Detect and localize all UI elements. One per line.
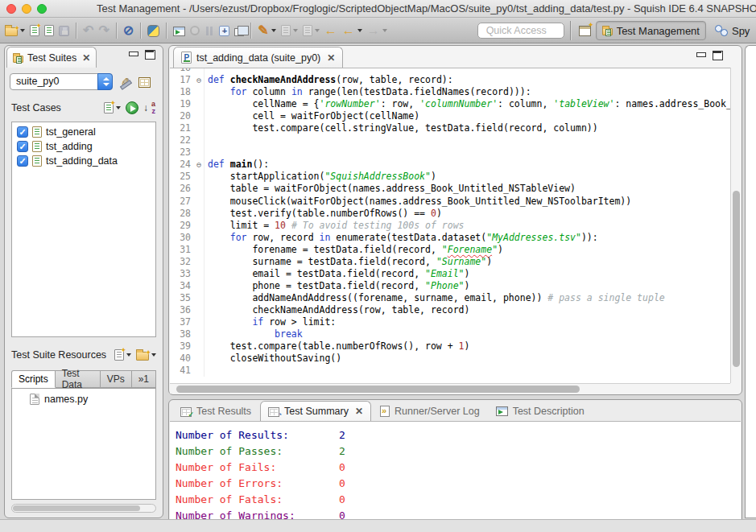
- line-number: 39: [170, 340, 194, 353]
- launch-aut-button[interactable]: [171, 21, 187, 40]
- tab-test-results[interactable]: ✓Test Results: [173, 401, 258, 421]
- open-perspective-button[interactable]: [577, 21, 593, 40]
- code-line[interactable]: 16: [170, 68, 730, 74]
- test-case-checkbox[interactable]: ✓: [17, 126, 28, 138]
- code-line[interactable]: 31 forename = testData.field(record, "Fo…: [170, 244, 730, 256]
- undo-button[interactable]: ↶: [81, 21, 95, 40]
- line-number: 33: [170, 268, 194, 280]
- editor-horizontal-scrollbar[interactable]: [170, 383, 730, 394]
- left-horizontal-scrollbar[interactable]: [11, 504, 156, 513]
- close-icon[interactable]: ✕: [327, 52, 335, 64]
- resource-tab-test-data[interactable]: Test Data: [56, 370, 101, 388]
- tab-test-summary[interactable]: ◔Test Summary✕: [260, 401, 371, 421]
- code-line[interactable]: 18 for column in range(len(testData.fiel…: [170, 86, 730, 98]
- minimize-view-button[interactable]: [128, 50, 138, 59]
- maximize-view-button[interactable]: [713, 51, 722, 60]
- spy-slash-button[interactable]: ⊘: [122, 21, 135, 40]
- interrupt-button[interactable]: [217, 21, 231, 40]
- resource-file-row[interactable]: names.py: [15, 394, 152, 405]
- test-case-checkbox[interactable]: ✓: [17, 155, 28, 167]
- fold-column: [194, 171, 204, 183]
- zoom-window-button[interactable]: [37, 4, 47, 14]
- code-line[interactable]: 33 email = testData.field(record, "Email…: [170, 268, 730, 280]
- code-editor[interactable]: 1617⊖def checkNameAndAddress(row, table,…: [170, 68, 730, 383]
- code-line[interactable]: 36 checkNameAndAddress(row, table, recor…: [170, 304, 730, 316]
- code-line[interactable]: 22: [170, 134, 730, 146]
- fold-marker-icon[interactable]: ⊖: [194, 159, 204, 171]
- test-case-row[interactable]: ✓tst_general: [14, 125, 154, 139]
- fold-column: [194, 280, 204, 292]
- code-line[interactable]: 23: [170, 146, 730, 159]
- test-case-checkbox[interactable]: ✓: [17, 141, 28, 152]
- forward-history-button[interactable]: →: [366, 21, 389, 40]
- editor-vertical-scrollbar[interactable]: [730, 68, 741, 383]
- code-line[interactable]: 41: [170, 365, 730, 377]
- chevron-down-icon: [126, 353, 131, 357]
- fold-marker-icon[interactable]: ⊖: [194, 74, 204, 86]
- new-folder-button[interactable]: ✦: [136, 345, 156, 365]
- new-test-case-button[interactable]: ✦: [28, 21, 41, 40]
- tab-test-description[interactable]: Test Description: [489, 401, 592, 421]
- test-suites-view-tab[interactable]: Test Suites ✕: [6, 47, 97, 68]
- code-line[interactable]: 24⊖def main():: [170, 159, 730, 171]
- code-line[interactable]: 32 surname = testData.field(record, "Sur…: [170, 256, 730, 268]
- code-line[interactable]: 21 test.compare(cell.stringValue, testDa…: [170, 122, 730, 134]
- code-line[interactable]: 19 cellName = {'rowNumber': row, 'column…: [170, 98, 730, 110]
- python-icon: [147, 25, 159, 37]
- resource-tab-vps[interactable]: VPs: [101, 370, 132, 388]
- minimize-view-button[interactable]: [696, 51, 705, 60]
- back-button[interactable]: ←: [323, 21, 339, 40]
- test-case-row[interactable]: ✓tst_adding: [14, 139, 154, 154]
- code-line[interactable]: 26 table = waitForObject(names.address_B…: [170, 183, 730, 195]
- minimize-window-button[interactable]: [22, 4, 31, 14]
- code-line[interactable]: 17⊖def checkNameAndAddress(row, table, r…: [170, 74, 730, 86]
- edit-script-button[interactable]: ✎: [256, 21, 277, 40]
- sort-az-button[interactable]: az: [143, 101, 156, 114]
- summary-row: Number of Results:2: [176, 427, 741, 443]
- back-history-button[interactable]: ←: [341, 21, 364, 40]
- object-map-icon[interactable]: [119, 76, 132, 89]
- test-suites-view: Test Suites ✕ suite_py0 Test Cases ✦: [4, 45, 163, 518]
- suite-selector[interactable]: suite_py0: [10, 73, 113, 90]
- import-button[interactable]: [301, 21, 321, 40]
- pause-button[interactable]: [203, 21, 216, 40]
- code-line[interactable]: 20 cell = waitForObject(cellName): [170, 110, 730, 122]
- redo-button[interactable]: ↷: [97, 21, 110, 40]
- close-icon[interactable]: ✕: [355, 406, 363, 417]
- editor-tab[interactable]: tst_adding_data (suite_py0) ✕: [173, 47, 343, 68]
- code-line[interactable]: 27 mouseClick(waitForObject(names.addres…: [170, 196, 730, 208]
- perspective-test-management[interactable]: Test Management: [596, 21, 706, 40]
- collapsed-view-strip[interactable]: [745, 45, 756, 518]
- code-line[interactable]: 34 phone = testData.field(record, "Phone…: [170, 280, 730, 292]
- code-line[interactable]: 38 break: [170, 328, 730, 340]
- run-script-button[interactable]: [279, 21, 300, 40]
- suite-settings-icon[interactable]: [138, 77, 151, 88]
- editor-view-controls: [696, 51, 722, 60]
- code-line[interactable]: 40 closeWithoutSaving(): [170, 353, 730, 365]
- quick-access-input[interactable]: [477, 23, 564, 39]
- resource-tab-scripts[interactable]: Scripts: [11, 370, 56, 388]
- new-test-case-button[interactable]: ✦: [104, 98, 121, 118]
- close-window-button[interactable]: [6, 4, 16, 14]
- code-line[interactable]: 28 test.verify(table.numberOfRows() == 0…: [170, 208, 730, 220]
- code-line[interactable]: 30 for row, record in enumerate(testData…: [170, 232, 730, 244]
- code-line[interactable]: 25 startApplication("SquishAddressBook"): [170, 171, 730, 183]
- resource-tab--1[interactable]: »1: [132, 370, 156, 388]
- test-case-row[interactable]: ✓tst_adding_data: [14, 154, 154, 168]
- python-button[interactable]: [146, 21, 161, 40]
- run-test-suite-button[interactable]: [126, 101, 138, 114]
- code-line[interactable]: 35 addNameAndAddress((forename, surname,…: [170, 292, 730, 304]
- new-test-suite-button[interactable]: ✦: [3, 21, 27, 40]
- open-test-suite-button[interactable]: [43, 21, 56, 40]
- code-line[interactable]: 37 if row > limit:: [170, 316, 730, 328]
- new-file-button[interactable]: ✦: [114, 345, 131, 365]
- save-button[interactable]: [57, 21, 71, 40]
- record-button[interactable]: [188, 21, 201, 40]
- code-line[interactable]: 39 test.compare(table.numberOfRows(), ro…: [170, 340, 730, 353]
- code-line[interactable]: 29 limit = 10 # To avoid testing 100s of…: [170, 220, 730, 232]
- maximize-view-button[interactable]: [145, 50, 155, 59]
- tab-runner-server-log[interactable]: Runner/Server Log: [373, 401, 487, 421]
- windows-button[interactable]: [233, 21, 246, 40]
- close-icon[interactable]: ✕: [82, 52, 90, 64]
- perspective-spy[interactable]: Spy: [709, 21, 753, 40]
